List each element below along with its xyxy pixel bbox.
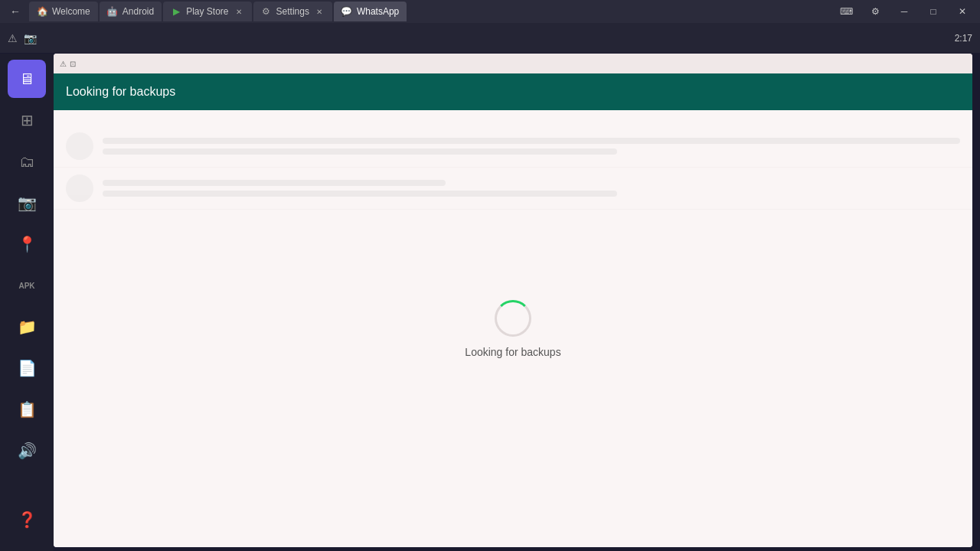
camera-toolbar-icon: 📷	[24, 32, 37, 44]
faded-avatar-2	[66, 174, 93, 202]
loading-spinner	[495, 300, 531, 337]
screen-icon: 🖥	[19, 70, 34, 88]
sidebar-item-sound[interactable]: 🔊	[8, 432, 46, 470]
faded-avatar-1	[66, 132, 93, 160]
location-icon: 📍	[18, 235, 37, 253]
phone-statusbar: ⚠ ⊡	[54, 54, 972, 73]
close-button[interactable]: ✕	[951, 3, 974, 20]
doc-icon: 📄	[18, 359, 37, 377]
faded-item-1	[54, 126, 972, 168]
sidebar-item-folder[interactable]: 📁	[8, 308, 46, 346]
camera-icon: 📷	[18, 194, 37, 212]
faded-line-title-1	[103, 138, 960, 144]
loading-spinner-container: Looking for backups	[465, 300, 560, 358]
loading-text: Looking for backups	[465, 346, 560, 358]
back-button[interactable]: ←	[6, 2, 24, 21]
sound-icon: 🔊	[18, 442, 37, 460]
tab-whatsapp[interactable]: 💬 WhatsApp	[334, 2, 407, 21]
android-tab-icon: 🤖	[107, 6, 118, 17]
tab-welcome[interactable]: 🏠 Welcome	[29, 2, 98, 21]
sidebar-item-help[interactable]: ❓	[8, 500, 46, 539]
titlebar: ← 🏠 Welcome 🤖 Android ▶ Play Store ✕ ⚙ S…	[0, 0, 980, 23]
sidebar-item-screen[interactable]: 🖥	[8, 60, 46, 98]
tab-android[interactable]: 🤖 Android	[100, 2, 162, 21]
warning-status-icon: ⚠	[60, 60, 67, 68]
apps-icon: ⊞	[21, 111, 34, 129]
sidebar-item-camera[interactable]: 📷	[8, 184, 46, 222]
copy-icon: 📋	[18, 400, 37, 419]
tab-playstore[interactable]: ▶ Play Store ✕	[163, 2, 251, 21]
tab-settings-close[interactable]: ✕	[314, 6, 325, 17]
app-header-title: Looking for backups	[66, 85, 175, 99]
tab-android-label: Android	[122, 6, 154, 17]
toolbar: ⚠ 📷 2:17	[0, 23, 980, 54]
sidebar-item-copy[interactable]: 📋	[8, 390, 46, 429]
tab-playstore-close[interactable]: ✕	[234, 6, 244, 17]
phone-frame: ⚠ ⊡ Looking for backups	[54, 54, 972, 547]
tab-settings-label: Settings	[276, 6, 309, 17]
main-layout: 🖥 ⊞ 🗂 📷 📍 APK 📁 📄 📋 🔊 ❓	[0, 54, 980, 551]
help-icon: ❓	[18, 510, 37, 529]
tab-bar: 🏠 Welcome 🤖 Android ▶ Play Store ✕ ⚙ Set…	[29, 2, 835, 21]
minimize-button[interactable]: ─	[893, 3, 916, 20]
apk-icon: APK	[18, 282, 34, 290]
playstore-tab-icon: ▶	[171, 6, 181, 17]
window-controls: ⌨ ⚙ ─ □ ✕	[835, 3, 974, 20]
keyboard-button[interactable]: ⌨	[835, 3, 858, 20]
faded-item-2	[54, 168, 972, 210]
sidebar-item-apps[interactable]: ⊞	[8, 101, 46, 139]
welcome-tab-icon: 🏠	[37, 6, 47, 17]
tab-welcome-label: Welcome	[52, 6, 90, 17]
sidebar-item-location[interactable]: 📍	[8, 225, 46, 263]
files-icon: 🗂	[19, 153, 34, 171]
camera-status-icon: ⊡	[70, 60, 76, 68]
settings-button[interactable]: ⚙	[864, 3, 887, 20]
tab-whatsapp-label: WhatsApp	[357, 6, 399, 17]
sidebar-item-files[interactable]: 🗂	[8, 142, 46, 181]
faded-line-sub-1	[103, 148, 617, 155]
faded-line-sub-2	[103, 191, 617, 197]
settings-tab-icon: ⚙	[261, 6, 272, 17]
toolbar-icons: ⚠ 📷	[8, 32, 37, 44]
sidebar: 🖥 ⊞ 🗂 📷 📍 APK 📁 📄 📋 🔊 ❓	[0, 54, 54, 551]
faded-lines-1	[103, 138, 960, 155]
maximize-button[interactable]: □	[922, 3, 945, 20]
warning-icon: ⚠	[8, 32, 18, 44]
faded-line-title-2	[103, 180, 446, 186]
folder-icon: 📁	[18, 318, 37, 336]
sidebar-item-apk[interactable]: APK	[8, 266, 46, 305]
faded-lines-2	[103, 180, 960, 197]
tab-playstore-label: Play Store	[186, 6, 228, 17]
app-header: Looking for backups	[54, 73, 972, 110]
loading-area: Looking for backups	[54, 110, 972, 547]
whatsapp-tab-icon: 💬	[341, 6, 352, 17]
content-area: ⚠ ⊡ Looking for backups	[54, 54, 980, 551]
time-display: 2:17	[955, 33, 972, 44]
sidebar-item-doc[interactable]: 📄	[8, 349, 46, 387]
tab-settings[interactable]: ⚙ Settings ✕	[253, 2, 332, 21]
